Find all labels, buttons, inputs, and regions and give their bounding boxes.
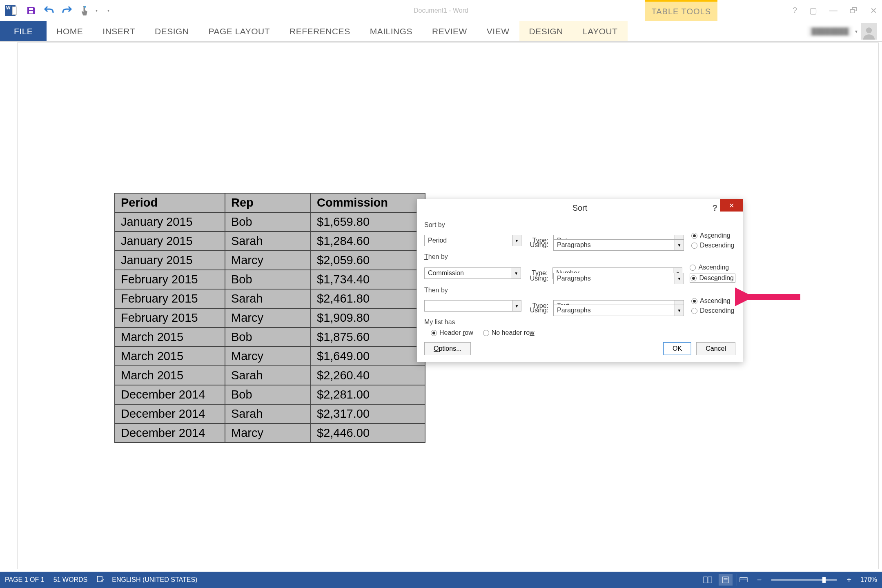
ok-button[interactable]: OK bbox=[663, 342, 691, 355]
zoom-slider[interactable] bbox=[771, 579, 837, 581]
sort2-using-combo[interactable]: Paragraphs▼ bbox=[553, 273, 684, 284]
sort3-field-combo[interactable]: ▼ bbox=[424, 300, 521, 312]
table-cell[interactable]: January 2015 bbox=[115, 251, 225, 270]
account-dropdown-icon[interactable]: ▾ bbox=[855, 29, 858, 34]
table-cell[interactable]: January 2015 bbox=[115, 232, 225, 251]
table-cell[interactable]: $2,059.60 bbox=[311, 251, 425, 270]
zoom-out-button[interactable]: − bbox=[755, 575, 764, 585]
account-area[interactable]: ████████ ▾ bbox=[808, 21, 877, 41]
table-cell[interactable]: $2,446.00 bbox=[311, 423, 425, 443]
col-header-commission[interactable]: Commission bbox=[311, 193, 425, 212]
tab-references[interactable]: REFERENCES bbox=[280, 21, 360, 41]
options-button[interactable]: Options... bbox=[424, 342, 471, 355]
table-cell[interactable]: Marcy bbox=[225, 308, 311, 327]
redo-icon[interactable] bbox=[58, 2, 76, 20]
sort3-using-combo[interactable]: Paragraphs▼ bbox=[553, 305, 684, 316]
table-cell[interactable]: December 2014 bbox=[115, 404, 225, 423]
table-row[interactable]: December 2014Sarah$2,317.00 bbox=[115, 404, 425, 423]
table-row[interactable]: March 2015Marcy$1,649.00 bbox=[115, 347, 425, 366]
table-row[interactable]: December 2014Marcy$2,446.00 bbox=[115, 423, 425, 443]
table-cell[interactable]: $1,284.60 bbox=[311, 232, 425, 251]
zoom-in-button[interactable]: + bbox=[844, 575, 854, 585]
minimize-icon[interactable]: — bbox=[828, 6, 839, 15]
table-cell[interactable]: Bob bbox=[225, 327, 311, 347]
table-cell[interactable]: $1,649.00 bbox=[311, 347, 425, 366]
table-cell[interactable]: February 2015 bbox=[115, 308, 225, 327]
table-cell[interactable]: $2,281.00 bbox=[311, 385, 425, 404]
sort2-descending-radio[interactable]: Descending bbox=[690, 274, 735, 283]
table-cell[interactable]: Sarah bbox=[225, 289, 311, 308]
sort1-descending-radio[interactable]: Descending bbox=[691, 242, 735, 249]
table-row[interactable]: January 2015Marcy$2,059.60 bbox=[115, 251, 425, 270]
col-header-period[interactable]: Period bbox=[115, 193, 225, 212]
dialog-help-icon[interactable]: ? bbox=[713, 203, 717, 213]
header-row-radio[interactable]: Header row bbox=[431, 329, 473, 336]
tab-file[interactable]: FILE bbox=[0, 21, 47, 41]
status-words[interactable]: 51 WORDS bbox=[53, 576, 88, 584]
table-cell[interactable]: $2,317.00 bbox=[311, 404, 425, 423]
tab-home[interactable]: HOME bbox=[47, 21, 93, 41]
status-language[interactable]: ENGLISH (UNITED STATES) bbox=[112, 576, 197, 584]
table-cell[interactable]: $2,461.80 bbox=[311, 289, 425, 308]
sort3-descending-radio[interactable]: Descending bbox=[691, 307, 735, 314]
table-cell[interactable]: Sarah bbox=[225, 404, 311, 423]
sort2-field-combo[interactable]: Commission▼ bbox=[424, 267, 521, 279]
tab-page-layout[interactable]: PAGE LAYOUT bbox=[199, 21, 280, 41]
table-row[interactable]: February 2015Bob$1,734.40 bbox=[115, 270, 425, 289]
data-table[interactable]: Period Rep Commission January 2015Bob$1,… bbox=[114, 193, 425, 443]
table-row[interactable]: February 2015Marcy$1,909.80 bbox=[115, 308, 425, 327]
sort2-ascending-radio[interactable]: Ascending bbox=[690, 264, 735, 271]
table-cell[interactable]: Bob bbox=[225, 270, 311, 289]
spelling-icon[interactable] bbox=[96, 575, 105, 585]
table-cell[interactable]: Marcy bbox=[225, 251, 311, 270]
touch-mode-icon[interactable] bbox=[76, 2, 94, 20]
chevron-down-icon[interactable]: ▼ bbox=[675, 273, 684, 284]
table-cell[interactable]: $1,734.40 bbox=[311, 270, 425, 289]
read-mode-icon[interactable] bbox=[701, 574, 715, 586]
table-cell[interactable]: $1,909.80 bbox=[311, 308, 425, 327]
tab-design[interactable]: DESIGN bbox=[145, 21, 199, 41]
table-row[interactable]: March 2015Sarah$2,260.40 bbox=[115, 366, 425, 385]
table-cell[interactable]: December 2014 bbox=[115, 385, 225, 404]
avatar[interactable] bbox=[861, 23, 877, 40]
table-cell[interactable]: Sarah bbox=[225, 232, 311, 251]
col-header-rep[interactable]: Rep bbox=[225, 193, 311, 212]
zoom-level[interactable]: 170% bbox=[860, 576, 877, 584]
tab-table-layout[interactable]: LAYOUT bbox=[573, 21, 627, 41]
ribbon-display-icon[interactable]: ▢ bbox=[808, 6, 819, 16]
undo-icon[interactable] bbox=[40, 2, 58, 20]
qat-dropdown-icon[interactable]: ▾ bbox=[96, 8, 98, 13]
dialog-titlebar[interactable]: Sort ? ✕ bbox=[417, 199, 743, 216]
tab-mailings[interactable]: MAILINGS bbox=[360, 21, 422, 41]
table-cell[interactable]: March 2015 bbox=[115, 366, 225, 385]
chevron-down-icon[interactable]: ▼ bbox=[512, 301, 521, 311]
qat-customize-icon[interactable]: ▾ bbox=[107, 8, 109, 13]
table-cell[interactable]: January 2015 bbox=[115, 212, 225, 232]
chevron-down-icon[interactable]: ▼ bbox=[675, 240, 684, 250]
tab-view[interactable]: VIEW bbox=[477, 21, 519, 41]
chevron-down-icon[interactable]: ▼ bbox=[512, 235, 521, 246]
table-cell[interactable]: February 2015 bbox=[115, 270, 225, 289]
table-cell[interactable]: December 2014 bbox=[115, 423, 225, 443]
tab-insert[interactable]: INSERT bbox=[93, 21, 145, 41]
table-row[interactable]: February 2015Sarah$2,461.80 bbox=[115, 289, 425, 308]
table-cell[interactable]: March 2015 bbox=[115, 347, 225, 366]
table-cell[interactable]: Bob bbox=[225, 212, 311, 232]
tab-table-design[interactable]: DESIGN bbox=[519, 21, 573, 41]
web-layout-icon[interactable] bbox=[737, 574, 751, 586]
chevron-down-icon[interactable]: ▼ bbox=[512, 268, 521, 278]
sort1-field-combo[interactable]: Period▼ bbox=[424, 235, 521, 246]
no-header-row-radio[interactable]: No header row bbox=[483, 329, 535, 336]
table-row[interactable]: January 2015Bob$1,659.80 bbox=[115, 212, 425, 232]
cancel-button[interactable]: Cancel bbox=[696, 342, 735, 355]
table-cell[interactable]: February 2015 bbox=[115, 289, 225, 308]
restore-icon[interactable]: 🗗 bbox=[848, 6, 860, 15]
sort3-ascending-radio[interactable]: Ascending bbox=[691, 297, 735, 305]
status-page[interactable]: PAGE 1 OF 1 bbox=[5, 576, 45, 584]
help-icon[interactable]: ? bbox=[791, 6, 799, 15]
table-cell[interactable]: Bob bbox=[225, 385, 311, 404]
table-cell[interactable]: $2,260.40 bbox=[311, 366, 425, 385]
table-row[interactable]: March 2015Bob$1,875.60 bbox=[115, 327, 425, 347]
table-cell[interactable]: Marcy bbox=[225, 347, 311, 366]
sort1-ascending-radio[interactable]: Ascending bbox=[691, 232, 735, 239]
